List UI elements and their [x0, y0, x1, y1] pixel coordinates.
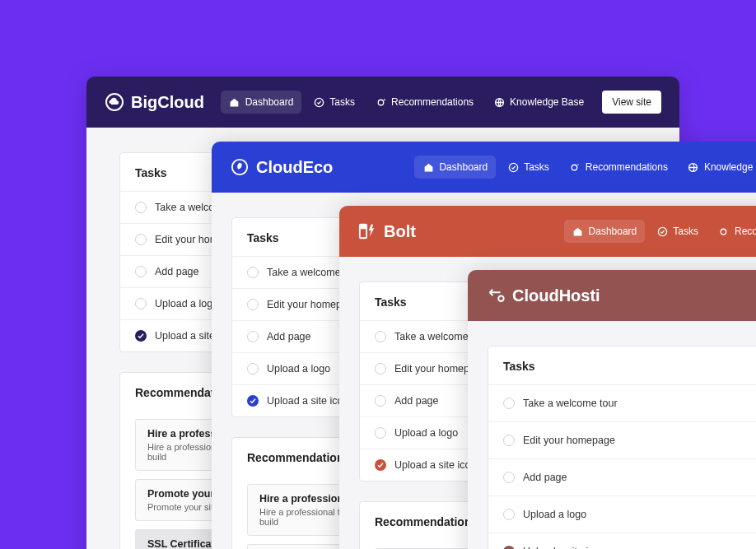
- svg-point-15: [498, 295, 503, 300]
- globe-icon: [493, 96, 505, 108]
- svg-point-7: [572, 165, 578, 170]
- status-done-icon: [247, 395, 259, 407]
- leaf-logo-icon: [230, 157, 250, 177]
- nav-dashboard[interactable]: Dashboard: [564, 220, 646, 243]
- nav-knowledge[interactable]: Knowledge Base: [679, 156, 756, 179]
- brand-name: CloudEco: [256, 158, 333, 177]
- home-icon: [572, 226, 584, 237]
- task-row[interactable]: Take a welcome tourS: [488, 384, 756, 421]
- sparkle-icon: [569, 161, 581, 173]
- nav-tasks[interactable]: Tasks: [499, 156, 558, 179]
- nav-recommendations[interactable]: Recommendations: [366, 91, 482, 114]
- home-icon: [422, 161, 434, 173]
- svg-point-13: [721, 229, 727, 235]
- check-circle-icon: [656, 226, 668, 237]
- status-empty-icon: [375, 363, 386, 375]
- svg-point-2: [378, 100, 384, 105]
- nav-recommendations[interactable]: Recomm: [710, 220, 756, 243]
- topbar: BigCloud Dashboard Tasks Recommendations: [86, 77, 679, 128]
- check-circle-icon: [507, 161, 519, 173]
- top-nav: Dashboard Tasks Recomm: [564, 220, 756, 243]
- nav-dashboard[interactable]: Dashboard: [221, 91, 302, 114]
- status-done-icon: [503, 546, 515, 549]
- topbar: CloudHosti: [468, 270, 756, 321]
- nav-dashboard[interactable]: Dashboard: [414, 156, 496, 179]
- status-empty-icon: [135, 266, 147, 277]
- status-empty-icon: [375, 427, 386, 439]
- status-empty-icon: [247, 267, 259, 278]
- brand-name: Bolt: [384, 222, 416, 241]
- brand: BigCloud: [105, 92, 204, 112]
- body-area: Tasks Take a welcome tourS Edit your hom…: [468, 321, 756, 549]
- transfer-logo-icon: [486, 286, 506, 305]
- sparkle-icon: [718, 226, 730, 237]
- svg-rect-11: [360, 225, 366, 230]
- check-circle-icon: [313, 96, 324, 108]
- brand-name: CloudHosti: [512, 286, 600, 305]
- top-nav: Dashboard Tasks Recommendations Knowledg…: [414, 156, 756, 179]
- status-empty-icon: [247, 299, 259, 310]
- status-empty-icon: [375, 395, 386, 407]
- brand: CloudHosti: [486, 286, 600, 305]
- window-cloudhosti: CloudHosti Tasks Take a welcome tourS Ed…: [468, 270, 756, 549]
- status-empty-icon: [135, 234, 147, 245]
- task-row[interactable]: Upload a logoUp: [488, 495, 756, 533]
- sparkle-icon: [375, 96, 386, 108]
- tasks-card: Tasks Take a welcome tourS Edit your hom…: [488, 346, 756, 549]
- status-empty-icon: [503, 398, 515, 409]
- status-empty-icon: [247, 331, 259, 342]
- top-nav: Dashboard Tasks Recommendations Knowledg…: [221, 91, 661, 114]
- view-site-button[interactable]: View site: [602, 91, 661, 114]
- brand: CloudEco: [230, 157, 333, 177]
- nav-knowledge[interactable]: Knowledge Base: [485, 91, 592, 114]
- nav-recommendations[interactable]: Recommendations: [561, 156, 676, 179]
- topbar: Bolt Dashboard Tasks Recomm: [339, 206, 756, 257]
- status-empty-icon: [503, 472, 515, 483]
- svg-point-16: [503, 546, 515, 549]
- cloud-logo-icon: [105, 92, 124, 112]
- status-empty-icon: [135, 202, 147, 213]
- task-row[interactable]: Add pageAd: [488, 458, 756, 495]
- status-empty-icon: [247, 363, 259, 375]
- task-row[interactable]: Upload a site icon Up: [488, 533, 756, 549]
- home-icon: [229, 96, 240, 108]
- brand: Bolt: [357, 221, 416, 241]
- bolt-logo-icon: [357, 221, 377, 241]
- status-empty-icon: [503, 435, 515, 446]
- status-empty-icon: [375, 331, 386, 342]
- task-row[interactable]: Edit your homepageEd: [488, 421, 756, 458]
- nav-tasks[interactable]: Tasks: [648, 220, 707, 243]
- status-done-icon: [135, 330, 147, 342]
- brand-name: BigCloud: [131, 93, 204, 112]
- nav-tasks[interactable]: Tasks: [305, 91, 363, 114]
- tasks-heading: Tasks: [488, 347, 756, 384]
- status-done-icon: [375, 459, 386, 471]
- status-empty-icon: [135, 298, 147, 309]
- globe-icon: [688, 161, 699, 173]
- status-empty-icon: [503, 509, 515, 520]
- topbar: CloudEco Dashboard Tasks Recommendations…: [212, 142, 756, 193]
